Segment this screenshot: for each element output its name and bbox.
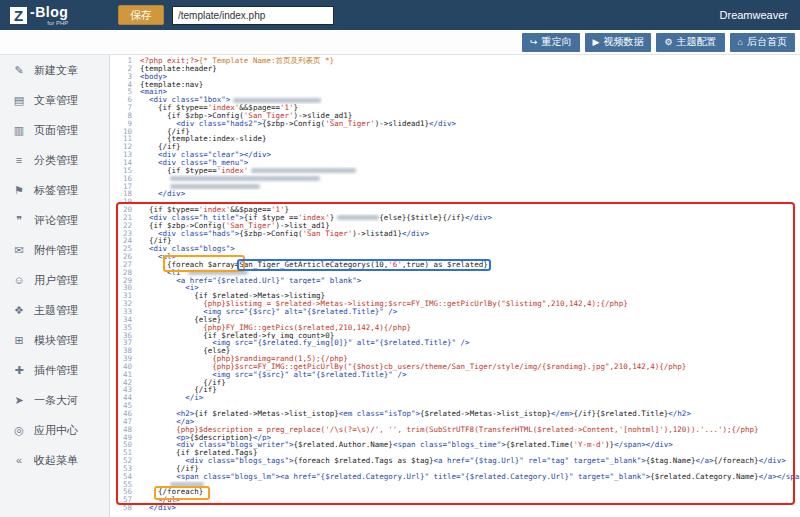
code-text: <p>{$description}</p>: [136, 434, 800, 442]
code-line[interactable]: 1<?php exit;?>{* Template Name:首页及列表页 *}: [110, 57, 800, 65]
code-line[interactable]: 42 {/if}: [110, 379, 800, 387]
sidebar-item-page-manage[interactable]: ▥页面管理: [0, 115, 109, 145]
code-line[interactable]: 19: [110, 198, 800, 206]
code-line[interactable]: 10 {/if}: [110, 128, 800, 136]
sidebar-item-category-manage[interactable]: ≡分类管理: [0, 145, 109, 175]
code-line[interactable]: 27 {foreach $array=San_Tiger_GetArticleC…: [110, 261, 800, 269]
code-text: </ul>: [136, 496, 800, 504]
code-line[interactable]: 18 </div>: [110, 190, 800, 198]
code-line[interactable]: 14 <div class="h_menu">: [110, 159, 800, 167]
code-line[interactable]: 2{template:header}: [110, 65, 800, 73]
toolbar-button-label: 视频数据: [603, 35, 643, 49]
code-line[interactable]: 7 {if $type=='index'&&$page=='1'}: [110, 104, 800, 112]
code-line[interactable]: 17: [110, 183, 800, 191]
sidebar-item-user-manage[interactable]: ☺用户管理: [0, 265, 109, 295]
line-number: 1: [110, 57, 136, 65]
sidebar-item-attachment-manage[interactable]: ✉附件管理: [0, 235, 109, 265]
code-text: <div class="1box">: [136, 96, 800, 104]
page-icon: ▥: [12, 124, 26, 137]
sidebar-item-comment-manage[interactable]: ❞评论管理: [0, 205, 109, 235]
video-data-button[interactable]: ▶视频数据: [585, 33, 652, 52]
code-line[interactable]: 44 </i>: [110, 394, 800, 402]
code-text: {/if}: [136, 143, 800, 151]
code-line[interactable]: 12 {/if}: [110, 143, 800, 151]
admin-home-button[interactable]: ⌂后台首页: [730, 33, 795, 52]
code-line[interactable]: 45: [110, 402, 800, 410]
code-line[interactable]: 6 <div class="1box">: [110, 96, 800, 104]
code-line[interactable]: 46 <h2>{if $related->Metas->list_istop}<…: [110, 410, 800, 418]
code-line[interactable]: 38 {else}: [110, 347, 800, 355]
theme-config-button[interactable]: ⚙主题配置: [656, 33, 724, 52]
redirect-button[interactable]: ↪重定向: [522, 33, 580, 52]
code-line[interactable]: 41 <img src="{$src}" alt="{$related.Titl…: [110, 371, 800, 379]
code-line[interactable]: 31 {if $related->Metas->listimg}: [110, 292, 800, 300]
code-line[interactable]: 47 </a>: [110, 418, 800, 426]
code-line[interactable]: 3<body>: [110, 73, 800, 81]
user-icon: ☺: [12, 274, 26, 286]
code-line[interactable]: 22 {if $zbp->Config('San_Tiger')->list_a…: [110, 222, 800, 230]
code-line[interactable]: 23 <div class="hads">{$zbp->Config('San_…: [110, 230, 800, 238]
code-line[interactable]: 26 <ul>: [110, 253, 800, 261]
send-icon: ➤: [12, 394, 26, 407]
code-line[interactable]: 48 {php}$description = preg_replace('/\s…: [110, 426, 800, 434]
code-line[interactable]: 28 <li: [110, 269, 800, 277]
code-line[interactable]: 21 <div class="h_title">{if $type =='ind…: [110, 214, 800, 222]
code-line[interactable]: 8 {if $zbp->Config('San_Tiger')->slide_a…: [110, 112, 800, 120]
code-text: <div class="h_menu">: [136, 159, 800, 167]
code-line[interactable]: 35 {php}FY_IMG::getPics($related,210,142…: [110, 324, 800, 332]
sidebar-item-plugin-manage[interactable]: ✚插件管理: [0, 355, 109, 385]
code-line[interactable]: 16: [110, 175, 800, 183]
code-line[interactable]: 49 <p>{$description}</p>: [110, 434, 800, 442]
code-line[interactable]: 55: [110, 481, 800, 489]
zblog-logo[interactable]: Z -Blog for PHP: [0, 5, 110, 26]
zblog-admin-page: Z -Blog for PHP 保存 Dreamweaver ↪重定向▶视频数据…: [0, 0, 800, 517]
code-line[interactable]: 20 {if $type=='index'&&$page=='1'}: [110, 206, 800, 214]
code-line[interactable]: 54 <span class="blogs_lm"><a href="{$rel…: [110, 473, 800, 481]
code-line[interactable]: 43 {/if}: [110, 386, 800, 394]
code-line[interactable]: 52 <div class="blogs_tags">{foreach $rel…: [110, 457, 800, 465]
zblog-logo-subtext: for PHP: [47, 20, 68, 26]
code-line[interactable]: 50 <div class="blogs_writer">{$related.A…: [110, 441, 800, 449]
code-line[interactable]: 29 <a href="{$related.Url}" target="_bla…: [110, 277, 800, 285]
sidebar-item-module-manage[interactable]: ⊞模块管理: [0, 325, 109, 355]
save-button[interactable]: 保存: [118, 5, 164, 25]
code-line[interactable]: 58 </div>: [110, 504, 800, 512]
code-line[interactable]: 4{template:nav}: [110, 81, 800, 89]
code-line[interactable]: 40 {php}$src=FY_IMG::getPicUrlBy("{$host…: [110, 363, 800, 371]
code-text: <div class="h_title">{if $type =='index'…: [136, 214, 800, 222]
file-path-input[interactable]: [172, 6, 334, 25]
code-line[interactable]: 36 {if $related->fy_img_count>0}: [110, 332, 800, 340]
code-editor[interactable]: 1<?php exit;?>{* Template Name:首页及列表页 *}…: [110, 55, 800, 517]
code-line[interactable]: 53 {/if}: [110, 465, 800, 473]
code-line[interactable]: 57 </ul>: [110, 496, 800, 504]
code-line[interactable]: 24 {/if}: [110, 237, 800, 245]
sidebar-item-new-article[interactable]: ✎新建文章: [0, 55, 109, 85]
sidebar-item-label: 一条大河: [34, 393, 78, 408]
code-line[interactable]: 25 <div class="blogs">: [110, 245, 800, 253]
code-line[interactable]: 11 {template:index-slide}: [110, 135, 800, 143]
code-line[interactable]: 13 <div class="clear"></div>: [110, 151, 800, 159]
code-line[interactable]: 51 {if $related.Tags}: [110, 449, 800, 457]
code-text: {if $type=='index'&&$page=='1'}: [136, 206, 800, 214]
code-line[interactable]: 9 <div class="hads2">{$zbp->Config('San_…: [110, 120, 800, 128]
code-text: </div>: [136, 190, 800, 198]
sidebar-item-theme-manage[interactable]: ❖主题管理: [0, 295, 109, 325]
code-line[interactable]: 33 <img src="{$src}" alt="{$related.Titl…: [110, 308, 800, 316]
code-line[interactable]: 15 {if $type=='index': [110, 167, 800, 175]
document-icon: ▤: [12, 94, 26, 107]
redacted-blur: [251, 168, 356, 173]
code-line[interactable]: 56 {/foreach}: [110, 488, 800, 496]
sidebar-item-collapse-menu[interactable]: «收起菜单: [0, 445, 109, 475]
code-line[interactable]: 39 {php}$randimg=rand(1,5);{/php}: [110, 355, 800, 363]
sidebar-item-yitiaodahe[interactable]: ➤一条大河: [0, 385, 109, 415]
sidebar-item-article-manage[interactable]: ▤文章管理: [0, 85, 109, 115]
code-line[interactable]: 5<main>: [110, 88, 800, 96]
sidebar-item-tag-manage[interactable]: ⚑标签管理: [0, 175, 109, 205]
code-text: [136, 175, 800, 183]
code-line[interactable]: 37 <img src="{$related.fy_img[0]}" alt="…: [110, 339, 800, 347]
toolbar-button-label: 后台首页: [747, 35, 787, 49]
sidebar-item-app-center[interactable]: ◎应用中心: [0, 415, 109, 445]
code-line[interactable]: 34 {else}: [110, 316, 800, 324]
code-line[interactable]: 30 <i>: [110, 284, 800, 292]
code-line[interactable]: 32 {php}$listimg = $related->Metas->list…: [110, 300, 800, 308]
